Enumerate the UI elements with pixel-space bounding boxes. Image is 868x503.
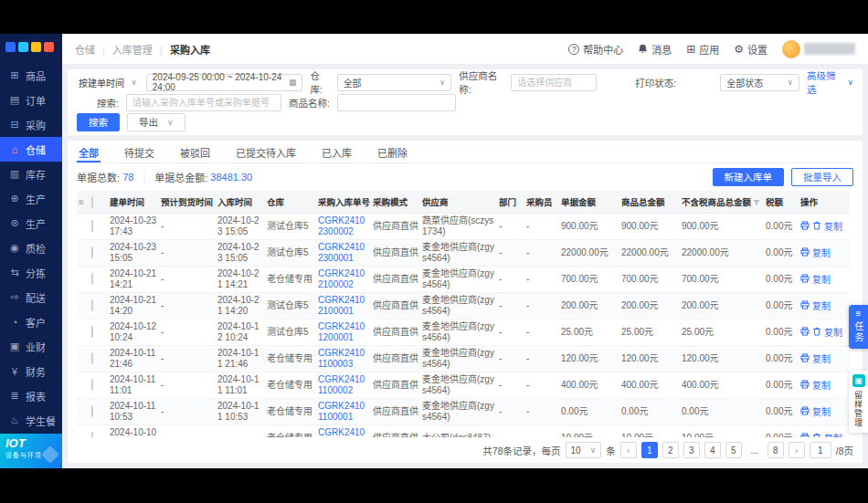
delete-icon[interactable] bbox=[812, 221, 821, 233]
warehouse-select[interactable]: 全部 ∨ bbox=[337, 74, 452, 91]
row-checkbox[interactable] bbox=[90, 346, 108, 372]
print-icon[interactable] bbox=[800, 300, 810, 312]
copy-link[interactable]: 复制 bbox=[812, 300, 831, 310]
cell-order_no[interactable]: CGRK24102100002 bbox=[316, 267, 371, 293]
sidebar-item-14[interactable]: ♨学生餐 bbox=[0, 408, 62, 433]
page-button-4[interactable]: 4 bbox=[704, 442, 721, 458]
sidebar-item-5[interactable]: ⊕生产 bbox=[0, 186, 62, 211]
search-input[interactable] bbox=[126, 94, 281, 111]
cell-order_no[interactable]: CGRK24101100002 bbox=[316, 372, 371, 399]
copy-link[interactable]: 复制 bbox=[824, 327, 842, 337]
apps-button[interactable]: ⊞ 应用 bbox=[686, 42, 719, 57]
sample-float-tab[interactable]: ▣ 留样管理 bbox=[849, 371, 868, 433]
print-icon[interactable] bbox=[800, 406, 810, 418]
row-checkbox[interactable] bbox=[90, 425, 108, 438]
sidebar-item-2[interactable]: ⊟采购 bbox=[0, 112, 62, 137]
row-checkbox[interactable] bbox=[90, 267, 108, 293]
copy-link[interactable]: 复制 bbox=[812, 274, 831, 284]
next-page-button[interactable]: › bbox=[789, 442, 805, 458]
copy-link[interactable]: 复制 bbox=[812, 380, 831, 390]
print-icon[interactable] bbox=[800, 380, 810, 392]
cell-buyer: - bbox=[524, 346, 559, 372]
tab-4[interactable]: 已入库 bbox=[320, 141, 354, 162]
cell-order_no[interactable]: CGRK24101200001 bbox=[316, 320, 371, 346]
table-scroll-area[interactable]: ≡建单时间预计到货时间入库时间仓库采购入库单号采购模式供应商部门采购员单据金额商… bbox=[77, 191, 853, 437]
search-button[interactable]: 搜索 bbox=[77, 113, 120, 131]
print-icon[interactable] bbox=[800, 327, 810, 339]
cell-order_no[interactable]: CGRK24101100001 bbox=[316, 399, 371, 425]
advanced-filter-toggle[interactable]: 高级筛选 ∨ bbox=[807, 68, 853, 96]
cell-created: 2024-10-12 10:24 bbox=[108, 320, 159, 346]
prev-page-button[interactable]: ‹ bbox=[620, 442, 637, 458]
cell-inbound: 2024-10-12 10:24 bbox=[216, 320, 265, 346]
sidebar-item-8[interactable]: ⇆分拣 bbox=[0, 260, 62, 285]
page-size-select[interactable]: 10 ∨ bbox=[566, 442, 602, 458]
cell-order_no[interactable]: CGRK24101100003 bbox=[316, 346, 371, 372]
sidebar-item-12[interactable]: ¥财务 bbox=[0, 359, 62, 383]
row-checkbox[interactable] bbox=[90, 320, 108, 346]
delete-icon[interactable] bbox=[812, 327, 821, 339]
task-float-label: 任务 bbox=[852, 321, 865, 343]
row-checkbox[interactable] bbox=[90, 240, 108, 267]
sidebar-item-11[interactable]: ▣业财 bbox=[0, 334, 62, 359]
tab-1[interactable]: 待提交 bbox=[122, 141, 156, 162]
sidebar-item-6[interactable]: ⊛生产 bbox=[0, 211, 62, 236]
copy-link[interactable]: 复制 bbox=[812, 406, 831, 416]
row-checkbox[interactable] bbox=[90, 214, 108, 240]
row-checkbox[interactable] bbox=[90, 372, 108, 399]
row-drag-cell bbox=[77, 293, 90, 320]
page-button-3[interactable]: 3 bbox=[683, 442, 700, 458]
task-float-tab[interactable]: ≡ 任务 bbox=[849, 305, 868, 349]
help-center-button[interactable]: ? 帮助中心 bbox=[568, 42, 623, 57]
finance-icon: ¥ bbox=[9, 366, 20, 377]
sidebar-item-9[interactable]: ⇨配送 bbox=[0, 285, 62, 309]
select-all-checkbox[interactable] bbox=[90, 191, 108, 214]
column-settings[interactable]: ≡ bbox=[77, 191, 90, 214]
supplier-input[interactable] bbox=[511, 74, 597, 91]
sidebar-item-0[interactable]: ⊞商品 bbox=[0, 63, 62, 88]
print-icon[interactable] bbox=[800, 353, 810, 365]
user-account[interactable] bbox=[782, 40, 855, 58]
tab-0[interactable]: 全部 bbox=[77, 141, 101, 162]
breadcrumb-inbound-mgmt[interactable]: 入库管理 bbox=[95, 42, 153, 57]
print-status-select[interactable]: 全部状态 ∨ bbox=[720, 74, 799, 91]
breadcrumb-warehouse[interactable]: 仓储 bbox=[75, 42, 95, 57]
copy-link[interactable]: 复制 bbox=[812, 247, 831, 257]
copy-link[interactable]: 复制 bbox=[824, 221, 842, 231]
goto-page-input[interactable] bbox=[810, 442, 831, 458]
filter-icon[interactable] bbox=[753, 198, 760, 208]
print-icon[interactable] bbox=[800, 221, 810, 233]
print-icon[interactable] bbox=[800, 274, 810, 286]
time-type-select[interactable]: 按建单时间 ∨ bbox=[77, 74, 139, 91]
new-inbound-button[interactable]: 新建入库单 bbox=[713, 168, 785, 186]
cell-order_no[interactable]: CGRK24102100001 bbox=[316, 293, 371, 320]
sidebar-item-4[interactable]: ▥库存 bbox=[0, 162, 62, 186]
date-range-picker[interactable]: 2024-09-25 00:00 ~ 2024-10-24 24:00 ▦ bbox=[146, 74, 303, 91]
cell-order_no[interactable]: CGRK24102300002 bbox=[316, 214, 371, 240]
page-button-2[interactable]: 2 bbox=[662, 442, 679, 458]
row-checkbox[interactable] bbox=[90, 399, 108, 425]
warehouse-filter-label: 仓库: bbox=[310, 68, 329, 96]
messages-button[interactable]: 消息 bbox=[638, 42, 672, 57]
print-icon[interactable] bbox=[800, 247, 810, 259]
page-button-8[interactable]: 8 bbox=[767, 442, 784, 458]
cell-order_no[interactable]: CGRK24101000005 bbox=[316, 425, 371, 438]
settings-button[interactable]: ⚙ 设置 bbox=[734, 42, 767, 57]
tab-3[interactable]: 已提交待入库 bbox=[234, 141, 298, 162]
page-button-5[interactable]: 5 bbox=[725, 442, 742, 458]
copy-link[interactable]: 复制 bbox=[812, 353, 831, 363]
sidebar-item-3[interactable]: ⌂仓储 bbox=[0, 137, 62, 162]
sidebar-item-13[interactable]: ≣报表 bbox=[0, 383, 62, 408]
page-button-1[interactable]: 1 bbox=[641, 442, 658, 458]
batch-import-button[interactable]: 批量导入 bbox=[791, 168, 853, 186]
sidebar-item-1[interactable]: ▤订单 bbox=[0, 88, 62, 112]
tab-2[interactable]: 被驳回 bbox=[178, 141, 212, 162]
tab-5[interactable]: 已删除 bbox=[376, 141, 409, 162]
row-checkbox[interactable] bbox=[90, 293, 108, 320]
cell-created: 2024-10-11 21:46 bbox=[108, 346, 159, 372]
product-name-input[interactable] bbox=[337, 94, 456, 111]
cell-order_no[interactable]: CGRK24102300001 bbox=[316, 240, 371, 267]
sidebar-item-10[interactable]: ◔客户 bbox=[0, 309, 62, 334]
sidebar-item-7[interactable]: ◉质检 bbox=[0, 236, 62, 260]
export-button[interactable]: 导出 ∨ bbox=[127, 113, 185, 131]
